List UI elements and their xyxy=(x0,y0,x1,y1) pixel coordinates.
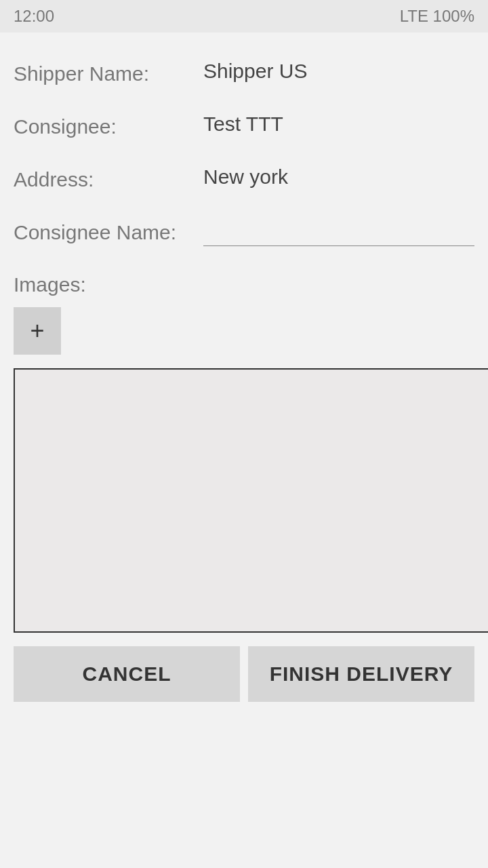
status-bar-signal: LTE 100% xyxy=(400,7,474,26)
button-row: CANCEL FINISH DELIVERY xyxy=(14,646,474,702)
images-section: Images: + xyxy=(14,260,474,361)
consignee-name-row: Consignee Name: xyxy=(14,205,474,260)
plus-icon: + xyxy=(30,317,44,345)
address-row: Address: New york xyxy=(14,152,474,205)
consignee-name-label: Consignee Name: xyxy=(14,218,203,244)
cancel-button[interactable]: CANCEL xyxy=(14,646,240,702)
consignee-label: Consignee: xyxy=(14,113,203,138)
shipper-name-label: Shipper Name: xyxy=(14,60,203,85)
consignee-value: Test TTT xyxy=(203,113,474,136)
status-bar: 12:00 LTE 100% xyxy=(0,0,488,33)
shipper-name-value: Shipper US xyxy=(203,60,474,83)
status-bar-time: 12:00 xyxy=(14,7,54,26)
add-image-button[interactable]: + xyxy=(14,307,61,355)
signature-box[interactable] xyxy=(14,368,488,633)
consignee-row: Consignee: Test TTT xyxy=(14,99,474,152)
images-label: Images: xyxy=(14,273,474,296)
shipper-name-row: Shipper Name: Shipper US xyxy=(14,46,474,99)
finish-delivery-button[interactable]: FINISH DELIVERY xyxy=(248,646,474,702)
consignee-name-input[interactable] xyxy=(203,218,474,246)
address-label: Address: xyxy=(14,165,203,191)
address-value: New york xyxy=(203,165,474,189)
content-area: Shipper Name: Shipper US Consignee: Test… xyxy=(0,33,488,722)
